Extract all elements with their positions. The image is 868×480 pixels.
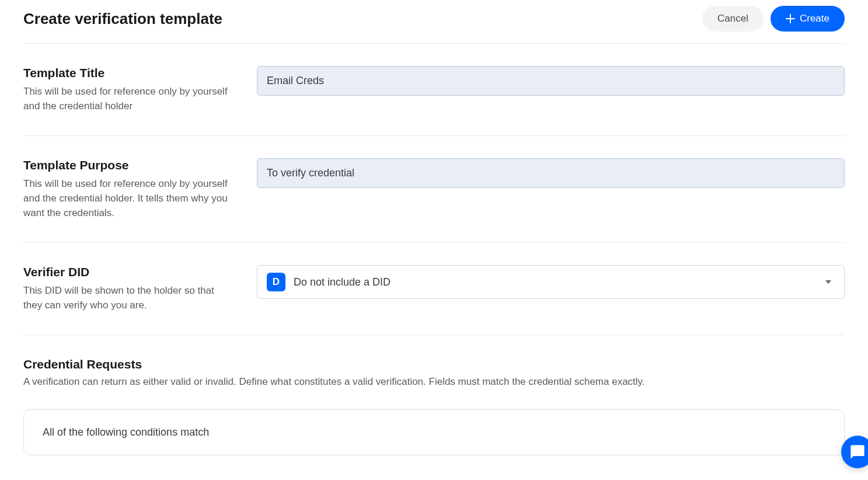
field-description: A verification can return as either vali… (23, 375, 845, 389)
create-button-label: Create (800, 13, 829, 25)
select-value: Do not include a DID (294, 276, 817, 288)
field-description: This will be used for reference only by … (23, 177, 233, 220)
input-area: D Do not include a DID (257, 265, 845, 312)
label-area: Template Title This will be used for ref… (23, 66, 233, 113)
page-title: Create verification template (23, 10, 222, 28)
template-title-input[interactable] (257, 66, 845, 96)
input-area (257, 158, 845, 220)
field-label: Credential Requests (23, 357, 845, 371)
chat-widget-button[interactable] (841, 436, 868, 467)
label-area: Template Purpose This will be used for r… (23, 158, 233, 220)
conditions-container: All of the following conditions match (23, 409, 845, 455)
verifier-did-select[interactable]: D Do not include a DID (257, 265, 845, 299)
section-credential-requests: Credential Requests A verification can r… (23, 335, 845, 467)
create-button[interactable]: Create (771, 6, 845, 32)
section-template-purpose: Template Purpose This will be used for r… (23, 136, 845, 243)
did-badge-icon: D (267, 273, 285, 291)
input-area (257, 66, 845, 113)
conditions-label: All of the following conditions match (43, 426, 825, 439)
field-label: Template Title (23, 66, 233, 80)
field-description: This DID will be shown to the holder so … (23, 284, 233, 312)
plus-icon (786, 14, 795, 23)
field-label: Verifier DID (23, 265, 233, 279)
section-template-title: Template Title This will be used for ref… (23, 44, 845, 136)
cancel-button[interactable]: Cancel (702, 6, 764, 32)
section-verifier-did: Verifier DID This DID will be shown to t… (23, 243, 845, 335)
template-purpose-input[interactable] (257, 158, 845, 188)
caret-down-icon (825, 280, 831, 284)
chat-icon (849, 444, 866, 460)
page-header: Create verification template Cancel Crea… (23, 0, 845, 44)
field-label: Template Purpose (23, 158, 233, 172)
header-actions: Cancel Create (702, 6, 845, 32)
field-description: This will be used for reference only by … (23, 85, 233, 113)
label-area: Verifier DID This DID will be shown to t… (23, 265, 233, 312)
